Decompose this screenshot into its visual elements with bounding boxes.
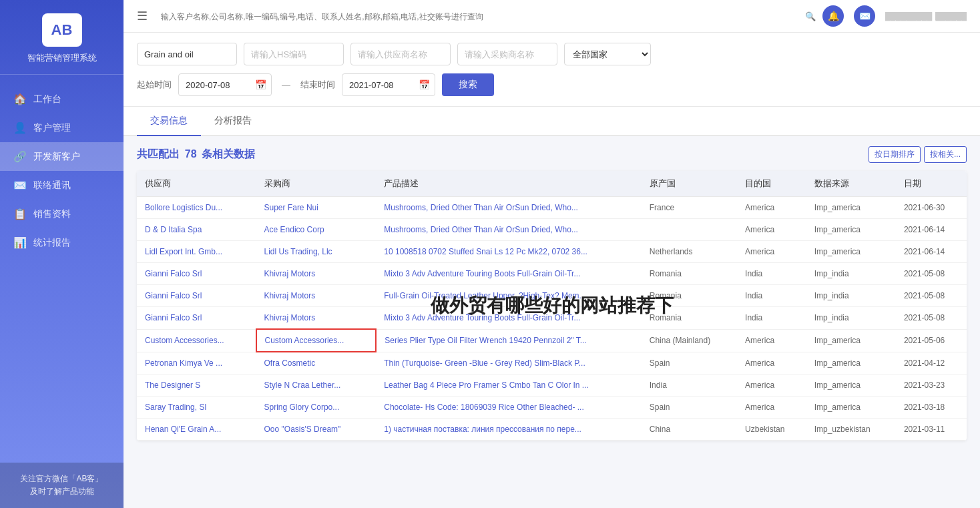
cell-buyer[interactable]: Khivraj Motors — [256, 307, 377, 330]
cell-product[interactable]: Full-Grain Oil-Treated Leather Upper. ?H… — [376, 285, 642, 307]
main-content: ☰ 🔍 🔔 ✉️ █████████ ██████ Grain and oil … — [124, 0, 980, 508]
sidebar-item-workbench[interactable]: 🏠工作台 — [0, 85, 124, 113]
cell-product[interactable]: Thin (Turquoise- Green -Blue - Grey Red)… — [376, 352, 642, 374]
table-row: The Designer S Style N Craa Lether... Le… — [137, 374, 967, 397]
cell-product[interactable]: Leather Bag 4 Piece Pro Framer S Cmbo Ta… — [376, 374, 642, 397]
cell-supplier[interactable]: Gianni Falco Srl — [137, 307, 256, 330]
cell-supplier[interactable]: Henan Qi'E Grain A... — [137, 419, 256, 441]
buyer-input[interactable] — [457, 43, 557, 65]
cell-buyer[interactable]: Style N Craa Lether... — [256, 374, 377, 397]
content-area: 共匹配出 78 条相关数据 按日期排序 按相关... 做外贸有哪些好的网站推荐下… — [124, 136, 980, 508]
date-separator: — — [278, 80, 294, 90]
sidebar-item-customer-mgmt[interactable]: 👤客户管理 — [0, 113, 124, 142]
menu-icon[interactable]: ☰ — [137, 9, 148, 23]
cell-origin: Spain — [642, 352, 737, 374]
cell-dest: America — [737, 397, 806, 419]
cell-supplier[interactable]: Gianni Falco Srl — [137, 263, 256, 285]
cell-origin: Romania — [642, 307, 737, 330]
cell-dest: America — [737, 352, 806, 374]
search-button[interactable]: 搜索 — [442, 73, 494, 96]
search-area: Grain and oil 全部国家 起始时间 2020-07-08 📅 — 结… — [124, 33, 980, 107]
cell-source: Imp_america — [806, 219, 896, 241]
nav-icon-develop-customer: 🔗 — [13, 150, 27, 163]
cell-dest: America — [737, 197, 806, 219]
cell-product[interactable]: 10 1008518 0702 Stuffed Snai Ls 12 Pc Mk… — [376, 241, 642, 263]
cell-supplier[interactable]: Saray Trading, Sl — [137, 397, 256, 419]
cell-supplier[interactable]: Bollore Logistics Du... — [137, 197, 256, 219]
hs-code-input[interactable] — [244, 43, 344, 65]
cell-origin: Netherlands — [642, 241, 737, 263]
cell-supplier[interactable]: The Designer S — [137, 374, 256, 397]
cell-buyer[interactable]: Khivraj Motors — [256, 263, 377, 285]
sidebar-item-develop-customer[interactable]: 🔗开发新客户 — [0, 142, 124, 171]
nav-label-stats-report: 统计报告 — [33, 237, 71, 249]
cell-product[interactable]: Mixto 3 Adv Adventure Touring Boots Full… — [376, 307, 642, 330]
supplier-input[interactable] — [350, 43, 451, 65]
notification-btn[interactable]: 🔔 — [822, 5, 844, 27]
sidebar-item-stats-report[interactable]: 📊统计报告 — [0, 228, 124, 257]
cell-buyer[interactable]: Spring Glory Corpo... — [256, 397, 377, 419]
start-date-wrap: 2020-07-08 📅 — [178, 73, 272, 96]
cell-buyer[interactable]: Super Fare Nui — [256, 197, 377, 219]
cell-origin: India — [642, 374, 737, 397]
logo-box: AB — [42, 13, 82, 47]
cell-product[interactable]: Mushrooms, Dried Other Than Air OrSun Dr… — [376, 219, 642, 241]
topbar-actions: 🔔 ✉️ █████████ ██████ — [822, 5, 967, 27]
cell-supplier[interactable]: D & D Italia Spa — [137, 219, 256, 241]
cell-origin: Romania — [642, 285, 737, 307]
cell-source: Imp_america — [806, 197, 896, 219]
nav-icon-sales-data: 📋 — [13, 208, 27, 220]
sidebar: AB 智能营销管理系统 🏠工作台👤客户管理🔗开发新客户✉️联络通讯📋销售资料📊统… — [0, 0, 124, 508]
cell-product[interactable]: Mixto 3 Adv Adventure Touring Boots Full… — [376, 263, 642, 285]
cell-origin: Romania — [642, 263, 737, 285]
nav-icon-communication: ✉️ — [13, 179, 27, 192]
tab-trade-info[interactable]: 交易信息 — [137, 107, 201, 136]
sidebar-item-communication[interactable]: ✉️联络通讯 — [0, 171, 124, 200]
topbar-search-area — [161, 11, 793, 21]
cell-dest: India — [737, 263, 806, 285]
table-row: Saray Trading, Sl Spring Glory Corpo... … — [137, 397, 967, 419]
tab-analysis-report[interactable]: 分析报告 — [201, 107, 265, 136]
cell-buyer[interactable]: Ace Endico Corp — [256, 219, 377, 241]
cell-buyer[interactable]: Lidl Us Trading, Llc — [256, 241, 377, 263]
nav-label-sales-data: 销售资料 — [33, 208, 71, 220]
cell-supplier[interactable]: Gianni Falco Srl — [137, 285, 256, 307]
nav-label-communication: 联络通讯 — [33, 180, 71, 192]
message-btn[interactable]: ✉️ — [854, 5, 875, 27]
user-info[interactable]: █████████ ██████ — [885, 12, 967, 20]
search-row-1: Grain and oil 全部国家 — [137, 43, 967, 65]
cell-source: Imp_india — [806, 307, 896, 330]
cell-date: 2021-03-18 — [896, 397, 967, 419]
topbar-search-input[interactable] — [161, 12, 793, 21]
cell-supplier[interactable]: Petronan Kimya Ve ... — [137, 352, 256, 374]
user-text1: █████████ — [885, 12, 932, 20]
topbar-search-icon[interactable]: 🔍 — [805, 11, 816, 21]
product-name-input[interactable]: Grain and oil — [137, 43, 237, 65]
cell-dest: America — [737, 329, 806, 352]
cell-supplier[interactable]: Lidl Export Int. Gmb... — [137, 241, 256, 263]
cell-date: 2021-04-12 — [896, 352, 967, 374]
col-dest: 目的国 — [737, 171, 806, 197]
cell-buyer[interactable]: Ofra Cosmetic — [256, 352, 377, 374]
sidebar-nav: 🏠工作台👤客户管理🔗开发新客户✉️联络通讯📋销售资料📊统计报告 — [0, 75, 124, 463]
cell-buyer[interactable]: Custom Accessories... — [256, 329, 377, 352]
cell-product[interactable]: 1) частичная поставка: линия прессования… — [376, 419, 642, 441]
nav-label-develop-customer: 开发新客户 — [33, 151, 80, 163]
sort-by-relevance-btn[interactable]: 按相关... — [924, 146, 967, 163]
table-row: D & D Italia Spa Ace Endico Corp Mushroo… — [137, 219, 967, 241]
cell-supplier[interactable]: Custom Accessories... — [137, 329, 256, 352]
cell-source: Imp_america — [806, 352, 896, 374]
sort-by-date-btn[interactable]: 按日期排序 — [869, 146, 921, 163]
cell-product[interactable]: Mushrooms, Dried Other Than Air OrSun Dr… — [376, 197, 642, 219]
cell-date: 2021-06-14 — [896, 241, 967, 263]
cell-product[interactable]: Chocolate- Hs Code: 18069039 Rice Other … — [376, 397, 642, 419]
sidebar-item-sales-data[interactable]: 📋销售资料 — [0, 200, 124, 228]
table-row: Henan Qi'E Grain A... Ooo "Oasis'S Dream… — [137, 419, 967, 441]
table-body: Bollore Logistics Du... Super Fare Nui M… — [137, 197, 967, 441]
cell-product[interactable]: Series Plier Type Oil Filter Wrench 1942… — [376, 329, 642, 352]
cell-date: 2021-06-14 — [896, 219, 967, 241]
cell-buyer[interactable]: Khivraj Motors — [256, 285, 377, 307]
country-select[interactable]: 全部国家 — [564, 43, 651, 65]
cell-buyer[interactable]: Ooo "Oasis'S Dream" — [256, 419, 377, 441]
cell-source: Imp_india — [806, 263, 896, 285]
